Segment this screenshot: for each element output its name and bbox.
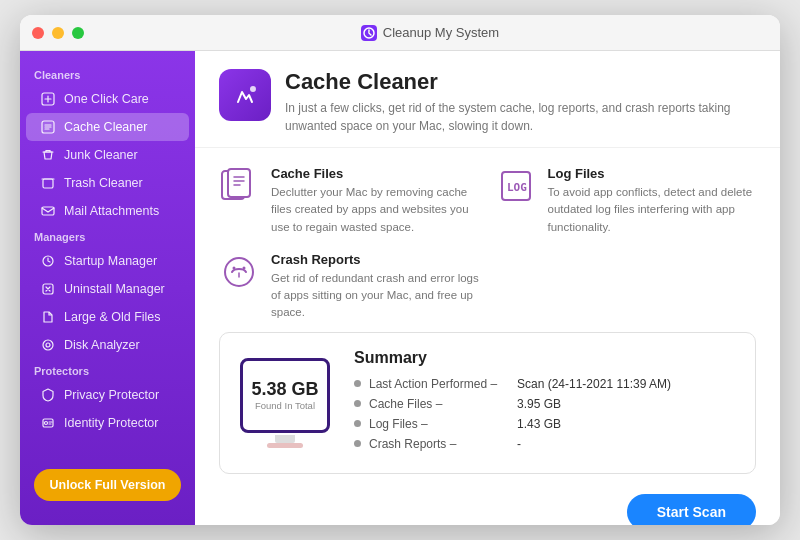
one-click-care-icon: [40, 91, 56, 107]
summary-key-2: Log Files –: [369, 417, 509, 431]
svg-text:LOG: LOG: [507, 181, 527, 194]
junk-cleaner-icon: [40, 147, 56, 163]
summary-dot-2: [354, 420, 361, 427]
cache-files-text: Cache Files Declutter your Mac by removi…: [271, 166, 480, 236]
crash-reports-desc: Get rid of redundant crash and error log…: [271, 270, 480, 322]
total-label: Found In Total: [255, 400, 315, 411]
sidebar-item-cache-cleaner[interactable]: Cache Cleaner: [26, 113, 189, 141]
cache-files-icon: [219, 166, 259, 206]
monitor: 5.38 GB Found In Total: [240, 358, 330, 448]
summary-val-1: 3.95 GB: [517, 397, 561, 411]
summary-val-2: 1.43 GB: [517, 417, 561, 431]
svg-rect-4: [42, 207, 54, 215]
log-files-icon: LOG: [496, 166, 536, 206]
privacy-icon: [40, 387, 56, 403]
window-title: Cleanup My System: [92, 25, 768, 41]
cache-files-desc: Declutter your Mac by removing cache fil…: [271, 184, 480, 236]
summary-dot-3: [354, 440, 361, 447]
log-files-text: Log Files To avoid app conflicts, detect…: [548, 166, 757, 236]
sidebar-item-identity-protector[interactable]: Identity Protector: [26, 409, 189, 437]
log-files-desc: To avoid app conflicts, detect and delet…: [548, 184, 757, 236]
title-bar: Cleanup My System: [20, 15, 780, 51]
managers-section-label: Managers: [20, 225, 195, 247]
crash-reports-title: Crash Reports: [271, 252, 480, 267]
app-icon: [361, 25, 377, 41]
summary-dot-0: [354, 380, 361, 387]
monitor-screen: 5.38 GB Found In Total: [240, 358, 330, 433]
feature-log-files: LOG Log Files To avoid app conflicts, de…: [496, 166, 757, 236]
close-button[interactable]: [32, 27, 44, 39]
sidebar-item-startup-manager[interactable]: Startup Manager: [26, 247, 189, 275]
panel-title: Cache Cleaner: [285, 69, 756, 95]
summary-card: 5.38 GB Found In Total Summary Last Acti…: [219, 332, 756, 474]
trash-cleaner-icon: [40, 175, 56, 191]
panel-header-text: Cache Cleaner In just a few clicks, get …: [285, 69, 756, 135]
sidebar-item-one-click-care[interactable]: One Click Care: [26, 85, 189, 113]
sidebar-bottom: Unlock Full Version: [20, 457, 195, 513]
startup-icon: [40, 253, 56, 269]
cache-files-title: Cache Files: [271, 166, 480, 181]
svg-point-11: [250, 86, 256, 92]
summary-info: Summary Last Action Performed – Scan (24…: [354, 349, 735, 457]
total-gb: 5.38 GB: [251, 379, 318, 400]
summary-key-0: Last Action Performed –: [369, 377, 509, 391]
svg-rect-3: [43, 179, 53, 188]
sidebar-item-large-old-files[interactable]: Large & Old Files: [26, 303, 189, 331]
maximize-button[interactable]: [72, 27, 84, 39]
files-icon: [40, 309, 56, 325]
uninstall-icon: [40, 281, 56, 297]
sidebar-item-uninstall-manager[interactable]: Uninstall Manager: [26, 275, 189, 303]
summary-row-0: Last Action Performed – Scan (24-11-2021…: [354, 377, 735, 391]
monitor-stand: [275, 435, 295, 443]
svg-point-10: [45, 422, 48, 425]
feature-crash-reports: Crash Reports Get rid of redundant crash…: [219, 252, 480, 322]
feature-cache-files: Cache Files Declutter your Mac by removi…: [219, 166, 480, 236]
sidebar-item-privacy-protector[interactable]: Privacy Protector: [26, 381, 189, 409]
panel-header-icon: [219, 69, 271, 121]
start-scan-button[interactable]: Start Scan: [627, 494, 756, 526]
monitor-base: [267, 443, 303, 448]
crash-reports-text: Crash Reports Get rid of redundant crash…: [271, 252, 480, 322]
svg-point-16: [225, 258, 253, 286]
log-files-title: Log Files: [548, 166, 757, 181]
sidebar-item-junk-cleaner[interactable]: Junk Cleaner: [26, 141, 189, 169]
svg-point-8: [46, 343, 50, 347]
svg-point-7: [43, 340, 53, 350]
app-window: Cleanup My System Cleaners One Click Car…: [20, 15, 780, 525]
summary-title: Summary: [354, 349, 735, 367]
summary-row-1: Cache Files – 3.95 GB: [354, 397, 735, 411]
svg-rect-13: [228, 169, 250, 197]
identity-icon: [40, 415, 56, 431]
sidebar-item-mail-attachments[interactable]: Mail Attachments: [26, 197, 189, 225]
disk-icon: [40, 337, 56, 353]
sidebar-item-disk-analyzer[interactable]: Disk Analyzer: [26, 331, 189, 359]
mail-icon: [40, 203, 56, 219]
summary-val-3: -: [517, 437, 521, 451]
crash-reports-icon: [219, 252, 259, 292]
summary-dot-1: [354, 400, 361, 407]
unlock-full-version-button[interactable]: Unlock Full Version: [34, 469, 181, 501]
main-panel: Cache Cleaner In just a few clicks, get …: [195, 51, 780, 525]
panel-description: In just a few clicks, get rid of the sys…: [285, 99, 756, 135]
panel-header: Cache Cleaner In just a few clicks, get …: [195, 51, 780, 148]
sidebar-item-trash-cleaner[interactable]: Trash Cleaner: [26, 169, 189, 197]
svg-point-17: [233, 266, 236, 269]
summary-key-3: Crash Reports –: [369, 437, 509, 451]
main-content: Cleaners One Click Care Cache Cleaner Ju…: [20, 51, 780, 525]
summary-key-1: Cache Files –: [369, 397, 509, 411]
summary-row-2: Log Files – 1.43 GB: [354, 417, 735, 431]
cache-cleaner-icon: [40, 119, 56, 135]
summary-val-0: Scan (24-11-2021 11:39 AM): [517, 377, 671, 391]
svg-point-18: [243, 266, 246, 269]
cleaners-section-label: Cleaners: [20, 63, 195, 85]
features-grid: Cache Files Declutter your Mac by removi…: [195, 148, 780, 332]
protectors-section-label: Protectors: [20, 359, 195, 381]
summary-row-3: Crash Reports – -: [354, 437, 735, 451]
sidebar: Cleaners One Click Care Cache Cleaner Ju…: [20, 51, 195, 525]
panel-footer: Start Scan: [195, 486, 780, 526]
minimize-button[interactable]: [52, 27, 64, 39]
